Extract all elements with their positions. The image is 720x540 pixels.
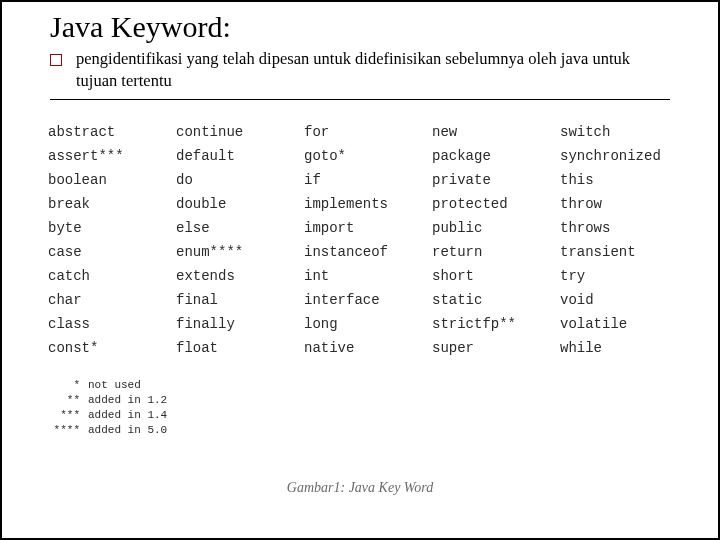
keyword-col-2: continue default do double else enum****… — [176, 120, 304, 360]
keyword-cell: char — [48, 288, 176, 312]
keyword-cell: if — [304, 168, 432, 192]
keyword-cell: short — [432, 264, 560, 288]
keyword-cell: try — [560, 264, 688, 288]
keyword-cell: import — [304, 216, 432, 240]
keyword-cell: synchronized — [560, 144, 688, 168]
footnote-row: **** added in 5.0 — [46, 423, 718, 438]
keyword-cell: class — [48, 312, 176, 336]
keyword-cell: protected — [432, 192, 560, 216]
keyword-cell: package — [432, 144, 560, 168]
keyword-cell: assert*** — [48, 144, 176, 168]
keyword-cell: interface — [304, 288, 432, 312]
keyword-cell: this — [560, 168, 688, 192]
keyword-cell: do — [176, 168, 304, 192]
subtitle-row: pengidentifikasi yang telah dipesan untu… — [50, 48, 670, 100]
footnote-text: not used — [88, 379, 141, 391]
keyword-cell: switch — [560, 120, 688, 144]
keyword-cell: for — [304, 120, 432, 144]
keyword-cell: catch — [48, 264, 176, 288]
slide: Java Keyword: pengidentifikasi yang tela… — [0, 0, 720, 540]
keyword-cell: long — [304, 312, 432, 336]
keyword-cell: return — [432, 240, 560, 264]
keyword-cell: while — [560, 336, 688, 360]
footnotes: * not used ** added in 1.2 *** added in … — [46, 378, 718, 438]
footnote-mark: * — [46, 379, 88, 391]
title-block: Java Keyword: pengidentifikasi yang tela… — [50, 10, 670, 100]
bullet-icon — [50, 54, 62, 66]
keyword-col-4: new package private protected public ret… — [432, 120, 560, 360]
footnote-text: added in 1.2 — [88, 394, 167, 406]
keyword-cell: volatile — [560, 312, 688, 336]
footnote-row: ** added in 1.2 — [46, 393, 718, 408]
footnote-row: * not used — [46, 378, 718, 393]
keyword-cell: final — [176, 288, 304, 312]
footnote-mark: **** — [46, 424, 88, 436]
keyword-cell: void — [560, 288, 688, 312]
keyword-cell: private — [432, 168, 560, 192]
keyword-cell: const* — [48, 336, 176, 360]
keyword-col-5: switch synchronized this throw throws tr… — [560, 120, 688, 360]
keyword-cell: extends — [176, 264, 304, 288]
keyword-cell: abstract — [48, 120, 176, 144]
page-title: Java Keyword: — [50, 10, 670, 46]
keyword-cell: boolean — [48, 168, 176, 192]
keyword-cell: public — [432, 216, 560, 240]
keyword-col-3: for goto* if implements import instanceo… — [304, 120, 432, 360]
keyword-cell: instanceof — [304, 240, 432, 264]
keyword-cell: goto* — [304, 144, 432, 168]
footnote-row: *** added in 1.4 — [46, 408, 718, 423]
keyword-cell: float — [176, 336, 304, 360]
keyword-cell: transient — [560, 240, 688, 264]
keyword-cell: enum**** — [176, 240, 304, 264]
footnote-text: added in 5.0 — [88, 424, 167, 436]
subtitle-text: pengidentifikasi yang telah dipesan untu… — [76, 48, 670, 93]
keyword-cell: throw — [560, 192, 688, 216]
keyword-cell: static — [432, 288, 560, 312]
keyword-cell: strictfp** — [432, 312, 560, 336]
keyword-cell: case — [48, 240, 176, 264]
keyword-cell: byte — [48, 216, 176, 240]
keyword-cell: throws — [560, 216, 688, 240]
figure-caption: Gambar1: Java Key Word — [2, 480, 718, 496]
keyword-table: abstract assert*** boolean break byte ca… — [48, 120, 688, 360]
keyword-cell: new — [432, 120, 560, 144]
footnote-mark: *** — [46, 409, 88, 421]
footnote-text: added in 1.4 — [88, 409, 167, 421]
keyword-cell: double — [176, 192, 304, 216]
keyword-cell: implements — [304, 192, 432, 216]
keyword-cell: default — [176, 144, 304, 168]
keyword-cell: finally — [176, 312, 304, 336]
keyword-cell: break — [48, 192, 176, 216]
footnote-mark: ** — [46, 394, 88, 406]
keyword-cell: else — [176, 216, 304, 240]
keyword-cell: continue — [176, 120, 304, 144]
keyword-cell: int — [304, 264, 432, 288]
keyword-col-1: abstract assert*** boolean break byte ca… — [48, 120, 176, 360]
keyword-cell: native — [304, 336, 432, 360]
keyword-cell: super — [432, 336, 560, 360]
